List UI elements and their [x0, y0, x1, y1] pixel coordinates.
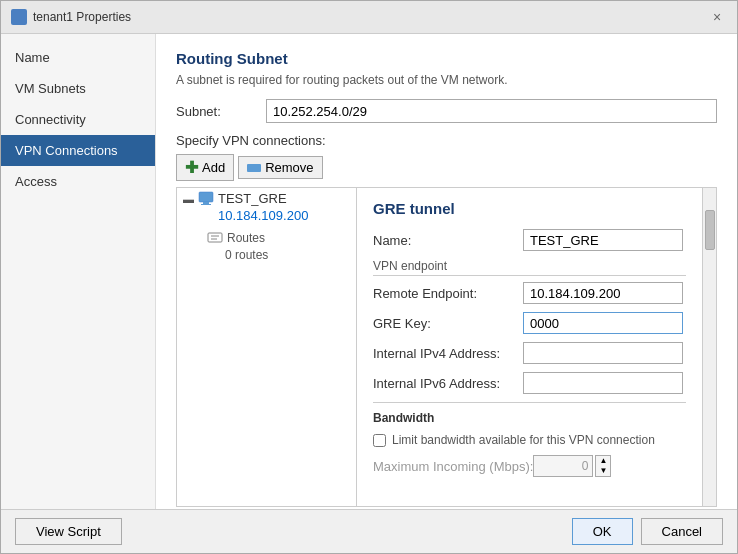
dialog-window: tenant1 Properties × Name VM Subnets Con…: [0, 0, 738, 554]
max-incoming-row: Maximum Incoming (Mbps): ▲ ▼: [373, 455, 686, 477]
vpn-specify-label: Specify VPN connections:: [176, 133, 717, 148]
add-button[interactable]: ✚ Add: [176, 154, 234, 181]
internal-ipv6-row: Internal IPv6 Address:: [373, 372, 686, 394]
limit-bandwidth-checkbox[interactable]: [373, 434, 386, 447]
detail-title: GRE tunnel: [373, 200, 686, 217]
detail-pane: GRE tunnel Name: VPN endpoint Remote End…: [357, 188, 702, 506]
internal-ipv4-row: Internal IPv4 Address:: [373, 342, 686, 364]
scrollbar-thumb[interactable]: [705, 210, 715, 250]
gre-key-label: GRE Key:: [373, 316, 523, 331]
bandwidth-label: Bandwidth: [373, 411, 686, 425]
detail-name-input[interactable]: [523, 229, 683, 251]
subnet-label: Subnet:: [176, 104, 266, 119]
subnet-input[interactable]: [266, 99, 717, 123]
detail-name-row: Name:: [373, 229, 686, 251]
internal-ipv4-label: Internal IPv4 Address:: [373, 346, 523, 361]
max-incoming-label: Maximum Incoming (Mbps):: [373, 459, 533, 474]
close-button[interactable]: ×: [707, 7, 727, 27]
gre-key-row: GRE Key:: [373, 312, 686, 334]
sidebar-item-vm-subnets[interactable]: VM Subnets: [1, 73, 155, 104]
spinner: ▲ ▼: [595, 455, 611, 477]
routes-count: 0 routes: [203, 248, 356, 262]
tree-routes-section: Routes 0 routes: [177, 228, 356, 262]
tree-node-icon-vm: [198, 191, 214, 205]
sidebar: Name VM Subnets Connectivity VPN Connect…: [1, 34, 156, 509]
routes-label: Routes: [227, 231, 265, 245]
title-bar-left: tenant1 Properties: [11, 9, 131, 25]
remote-endpoint-input[interactable]: [523, 282, 683, 304]
vpn-endpoint-section: VPN endpoint Remote Endpoint: GRE Key:: [373, 259, 686, 334]
vpn-toolbar: ✚ Add Remove: [176, 154, 717, 181]
internal-ipv6-input[interactable]: [523, 372, 683, 394]
tree-expand-icon[interactable]: ▬: [183, 193, 194, 205]
title-bar: tenant1 Properties ×: [1, 1, 737, 34]
cancel-button[interactable]: Cancel: [641, 518, 723, 545]
svg-rect-2: [201, 204, 211, 205]
scrollbar-track: [702, 188, 716, 506]
tree-node-test-gre[interactable]: ▬ TEST_GRE 10.184.109.200: [177, 188, 356, 228]
section-title: Routing Subnet: [176, 50, 717, 67]
view-script-button[interactable]: View Script: [15, 518, 122, 545]
footer: View Script OK Cancel: [1, 509, 737, 553]
dialog-body: Name VM Subnets Connectivity VPN Connect…: [1, 34, 737, 509]
internal-ipv4-input[interactable]: [523, 342, 683, 364]
sidebar-item-connectivity[interactable]: Connectivity: [1, 104, 155, 135]
remote-endpoint-label: Remote Endpoint:: [373, 286, 523, 301]
spinner-down-button[interactable]: ▼: [596, 466, 610, 476]
limit-bandwidth-row: Limit bandwidth available for this VPN c…: [373, 433, 686, 447]
svg-rect-3: [208, 233, 222, 242]
tree-routes-item[interactable]: Routes: [203, 228, 356, 248]
footer-right: OK Cancel: [572, 518, 723, 545]
spinner-up-button[interactable]: ▲: [596, 456, 610, 466]
subnet-row: Subnet:: [176, 99, 717, 123]
remove-button[interactable]: Remove: [238, 156, 322, 179]
tree-node-ip: 10.184.109.200: [218, 208, 308, 225]
section-desc: A subnet is required for routing packets…: [176, 73, 717, 87]
window-title: tenant1 Properties: [33, 10, 131, 24]
gre-key-input[interactable]: [523, 312, 683, 334]
main-content: Routing Subnet A subnet is required for …: [156, 34, 737, 509]
sidebar-item-vpn-connections[interactable]: VPN Connections: [1, 135, 155, 166]
detail-name-label: Name:: [373, 233, 523, 248]
max-incoming-input[interactable]: [533, 455, 593, 477]
add-icon: ✚: [185, 158, 198, 177]
window-icon: [11, 9, 27, 25]
routes-icon: [207, 231, 223, 245]
ok-button[interactable]: OK: [572, 518, 633, 545]
remove-icon: [247, 164, 261, 172]
internal-ipv6-label: Internal IPv6 Address:: [373, 376, 523, 391]
svg-rect-1: [203, 202, 209, 204]
sidebar-item-name[interactable]: Name: [1, 42, 155, 73]
bandwidth-section: Bandwidth Limit bandwidth available for …: [373, 402, 686, 477]
remote-endpoint-row: Remote Endpoint:: [373, 282, 686, 304]
tree-node-name: TEST_GRE: [218, 191, 308, 208]
split-pane: ▬ TEST_GRE 10.184.109.200: [176, 187, 717, 507]
vpn-endpoint-label: VPN endpoint: [373, 259, 686, 276]
limit-bandwidth-label: Limit bandwidth available for this VPN c…: [392, 433, 655, 447]
svg-rect-0: [199, 192, 213, 202]
sidebar-item-access[interactable]: Access: [1, 166, 155, 197]
tree-pane: ▬ TEST_GRE 10.184.109.200: [177, 188, 357, 506]
